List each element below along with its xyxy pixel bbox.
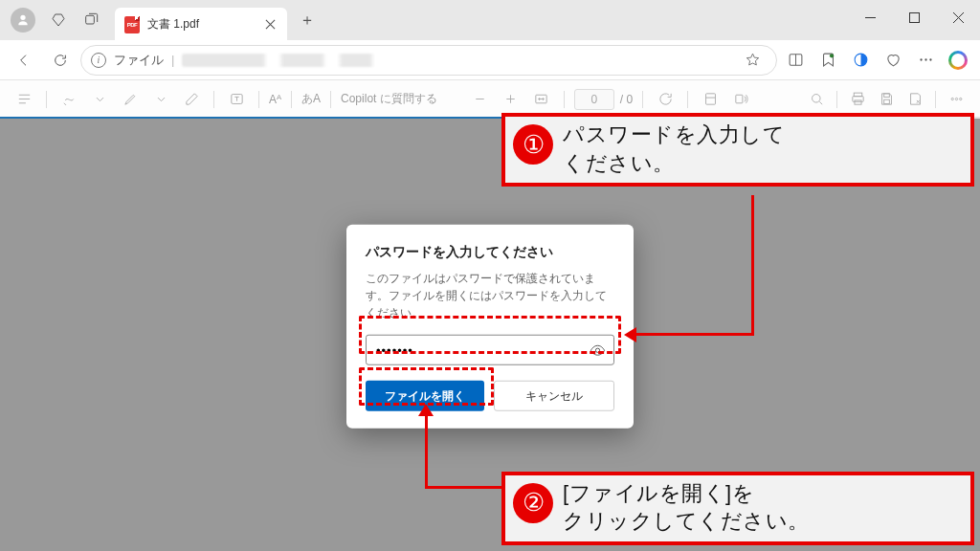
svg-point-12: [812, 95, 820, 103]
ask-copilot-label[interactable]: Copilot に質問する: [341, 91, 437, 107]
profile-avatar[interactable]: [11, 8, 35, 33]
dialog-buttons: ファイルを開く キャンセル: [366, 381, 614, 411]
maximize-button[interactable]: [892, 0, 936, 34]
separator: [258, 91, 259, 108]
svg-point-20: [959, 98, 961, 99]
callout-1-text: パスワードを入力して ください。: [563, 121, 785, 177]
separator: [836, 91, 837, 108]
separator: [642, 91, 643, 108]
tab-title: 文書 1.pdf: [147, 16, 255, 33]
chevron-down-icon[interactable]: [87, 87, 112, 112]
window-titlebar: PDF 文書 1.pdf ＋: [0, 0, 980, 40]
separator: [687, 91, 688, 108]
toolbar-more-icon[interactable]: [944, 87, 969, 112]
separator: [330, 91, 331, 108]
dialog-message: このファイルはパスワードで保護されています。ファイルを開くにはパスワードを入力し…: [366, 271, 614, 321]
minimize-button[interactable]: [848, 0, 892, 34]
svg-rect-11: [735, 95, 742, 103]
window-controls: [848, 0, 980, 34]
page-number-input[interactable]: [574, 89, 614, 110]
svg-point-21: [595, 348, 599, 352]
password-field-wrap: [366, 335, 614, 365]
extensions-icon[interactable]: [846, 46, 875, 75]
separator: [291, 91, 292, 108]
svg-rect-15: [854, 100, 860, 104]
back-button[interactable]: [8, 44, 40, 77]
browser-tab[interactable]: PDF 文書 1.pdf: [115, 8, 287, 40]
titlebar-left: PDF 文書 1.pdf ＋: [0, 0, 322, 40]
callout-2: ② [ファイルを開く]を クリックしてください。: [501, 472, 974, 545]
draw-icon[interactable]: [56, 87, 81, 112]
svg-rect-17: [883, 99, 889, 103]
address-bar[interactable]: i ファイル |: [80, 45, 777, 76]
password-dialog: パスワードを入力してください このファイルはパスワードで保護されています。ファイ…: [346, 225, 634, 429]
refresh-button[interactable]: [44, 44, 77, 77]
callout-2-number: ②: [513, 483, 553, 523]
font-size-label[interactable]: Aᴬ: [269, 93, 281, 106]
svg-point-18: [951, 98, 953, 99]
tab-actions-icon[interactable]: [75, 0, 107, 40]
svg-rect-13: [854, 93, 862, 97]
svg-point-19: [955, 98, 957, 99]
chevron-down-icon[interactable]: [148, 87, 173, 112]
separator: [46, 91, 47, 108]
page-separator: / 0: [620, 93, 633, 106]
search-icon[interactable]: [804, 87, 829, 112]
pdf-favicon-icon: PDF: [124, 16, 140, 32]
add-text-icon[interactable]: [224, 87, 249, 112]
separator: [935, 91, 936, 108]
contents-icon[interactable]: [11, 87, 36, 112]
svg-point-3: [829, 54, 833, 57]
callout-2-text: [ファイルを開く]を クリックしてください。: [563, 479, 810, 536]
read-aloud-icon[interactable]: [728, 87, 753, 112]
svg-point-6: [924, 58, 926, 60]
zoom-in-icon[interactable]: [499, 87, 523, 112]
password-input[interactable]: [376, 343, 583, 358]
save-icon[interactable]: [874, 87, 899, 112]
highlight-icon[interactable]: [118, 87, 143, 112]
settings-more-icon[interactable]: [911, 46, 940, 75]
page-view-icon[interactable]: [698, 87, 723, 112]
reveal-password-icon[interactable]: [587, 340, 608, 361]
collections-icon[interactable]: [813, 46, 842, 75]
site-info-icon[interactable]: i: [91, 53, 106, 68]
close-window-button[interactable]: [936, 0, 980, 34]
zoom-out-icon[interactable]: [468, 87, 493, 112]
erase-icon[interactable]: [179, 87, 204, 112]
svg-rect-0: [86, 15, 95, 24]
rotate-icon[interactable]: [653, 87, 678, 112]
cancel-button[interactable]: キャンセル: [494, 381, 614, 411]
arrow-2-head-icon: [418, 404, 434, 416]
arrow-1-v: [751, 195, 754, 335]
favorite-star-icon[interactable]: [738, 46, 767, 75]
split-screen-icon[interactable]: [781, 46, 810, 75]
arrow-1-head-icon: [624, 327, 636, 342]
separator: [213, 91, 214, 108]
arrow-2-h: [425, 486, 501, 489]
translate-label[interactable]: あA: [301, 91, 321, 107]
callout-1: ① パスワードを入力して ください。: [501, 113, 974, 187]
svg-rect-10: [705, 94, 715, 104]
dialog-title: パスワードを入力してください: [366, 244, 614, 261]
svg-point-5: [920, 58, 922, 60]
copilot-icon[interactable]: [944, 46, 972, 75]
address-row: i ファイル |: [0, 40, 980, 80]
callout-1-number: ①: [513, 124, 553, 165]
new-tab-button[interactable]: ＋: [293, 6, 322, 34]
print-icon[interactable]: [845, 87, 870, 112]
svg-rect-1: [909, 12, 919, 22]
url-scheme-label: ファイル: [114, 52, 164, 69]
svg-point-7: [929, 58, 931, 60]
tab-close-button[interactable]: [262, 16, 278, 32]
svg-rect-16: [883, 94, 889, 98]
fit-width-icon[interactable]: [529, 87, 554, 112]
save-as-icon[interactable]: [902, 87, 927, 112]
blurred-path: [182, 54, 450, 67]
workspaces-icon[interactable]: [42, 0, 75, 40]
arrow-2-v: [425, 413, 428, 488]
separator: [564, 91, 565, 108]
arrow-1-h: [635, 333, 754, 336]
browser-essentials-icon[interactable]: [879, 46, 907, 75]
